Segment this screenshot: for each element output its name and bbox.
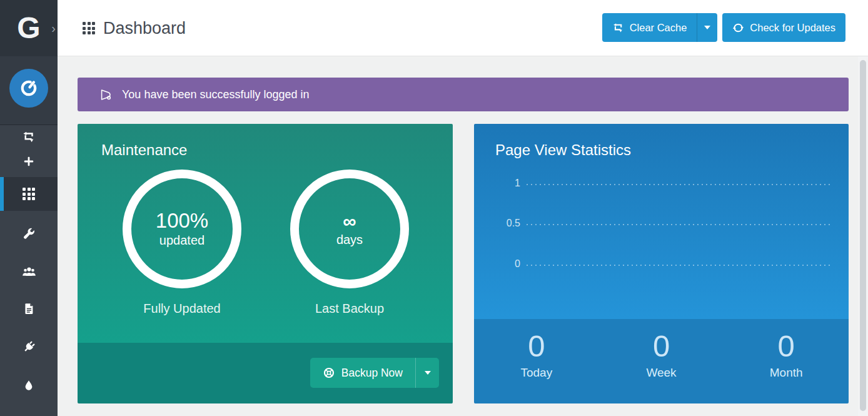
clear-cache-split-button: Clear Cache <box>602 13 718 42</box>
sidebar-item-theme[interactable] <box>0 373 58 398</box>
chevron-down-icon <box>425 371 431 375</box>
megaphone-icon <box>99 88 113 101</box>
maintenance-title: Maintenance <box>101 141 187 159</box>
clear-cache-dropdown-toggle[interactable] <box>697 13 717 42</box>
backup-age-value: ∞ <box>343 211 356 231</box>
retweet-icon <box>22 130 36 144</box>
backup-age-unit: days <box>336 231 363 248</box>
sidebar-item-add-new[interactable] <box>0 149 58 174</box>
update-unit: updated <box>159 232 204 248</box>
dotted-gridline <box>527 184 832 185</box>
power-icon <box>19 79 38 98</box>
y-tick-label: 0.5 <box>474 218 520 229</box>
clear-cache-label: Clear Cache <box>630 22 687 34</box>
y-tick-label: 1 <box>474 178 520 189</box>
vertical-scrollbar[interactable] <box>858 56 868 416</box>
page-views-chart: Page View Statistics 1 0.5 0 <box>474 124 849 319</box>
page-views-counters: 0 Today 0 Week 0 Month <box>474 319 849 403</box>
sidebar-item-logout[interactable] <box>9 69 48 108</box>
header-actions: Clear Cache Check for Updates <box>602 13 845 42</box>
sidebar-item-pages[interactable] <box>0 296 58 321</box>
sidebar-item-dashboard[interactable] <box>0 177 58 211</box>
counter-month-value: 0 <box>724 330 849 363</box>
top-header: Dashboard Clear Cache <box>58 0 868 56</box>
backup-age-gauge: ∞ days <box>290 170 409 288</box>
main-content: You have been successfully logged in Mai… <box>58 56 858 416</box>
refresh-icon <box>732 22 744 34</box>
maintenance-footer: Backup Now <box>78 343 453 403</box>
y-tick-label: 0 <box>474 258 520 270</box>
backup-split-button: Backup Now <box>310 358 439 388</box>
page-title-group: Dashboard <box>83 0 186 56</box>
dotted-gridline <box>527 265 832 266</box>
sidebar-item-settings[interactable] <box>0 221 58 246</box>
check-updates-button[interactable]: Check for Updates <box>722 13 845 42</box>
success-alert: You have been successfully logged in <box>78 78 849 111</box>
plug-icon <box>22 340 36 354</box>
update-percent: 100% <box>156 210 208 232</box>
update-status-gauge: 100% updated <box>123 170 241 288</box>
counter-today-value: 0 <box>474 330 599 363</box>
backup-dropdown-toggle[interactable] <box>415 358 439 388</box>
sidebar-item-plugins[interactable] <box>0 334 58 359</box>
app-logo[interactable]: G › <box>0 0 58 56</box>
counter-week-label: Week <box>599 366 724 380</box>
plus-icon <box>23 155 35 168</box>
maintenance-panel: Maintenance 100% updated ∞ days Fully Up… <box>78 124 453 403</box>
counter-today-label: Today <box>474 366 599 380</box>
counter-week: 0 Week <box>599 330 724 403</box>
wrench-icon <box>22 227 36 241</box>
scrollbar-thumb[interactable] <box>860 60 866 411</box>
file-icon <box>23 302 36 315</box>
users-icon <box>22 265 36 279</box>
counter-today: 0 Today <box>474 330 599 403</box>
dotted-gridline <box>527 224 832 225</box>
backup-now-label: Backup Now <box>341 367 403 380</box>
backup-now-button[interactable]: Backup Now <box>310 358 415 388</box>
page-view-statistics-panel: Page View Statistics 1 0.5 0 0 Today 0 W… <box>474 124 849 403</box>
counter-week-value: 0 <box>599 330 724 363</box>
page-title: Dashboard <box>103 19 186 38</box>
alert-message: You have been successfully logged in <box>122 88 310 101</box>
droplet-icon <box>23 379 35 392</box>
stats-title: Page View Statistics <box>495 141 631 159</box>
sidebar-item-users[interactable] <box>0 259 58 284</box>
sidebar: G › <box>0 0 58 416</box>
chevron-down-icon <box>704 26 710 29</box>
update-caption: Fully Updated <box>123 302 241 316</box>
active-indicator <box>0 177 4 211</box>
grid-icon <box>83 22 95 34</box>
sidebar-section-logout <box>0 56 58 125</box>
sidebar-expand-chevron-icon[interactable]: › <box>51 22 56 34</box>
sidebar-item-sync[interactable] <box>0 124 58 150</box>
clear-cache-button[interactable]: Clear Cache <box>602 13 697 42</box>
grid-icon <box>23 188 35 200</box>
maintenance-body: Maintenance 100% updated ∞ days Fully Up… <box>78 124 453 343</box>
counter-month-label: Month <box>724 366 849 380</box>
check-updates-label: Check for Updates <box>750 22 835 34</box>
counter-month: 0 Month <box>724 330 849 403</box>
life-ring-icon <box>323 367 335 379</box>
retweet-icon <box>612 22 624 34</box>
backup-caption: Last Backup <box>290 302 409 316</box>
logo-letter: G <box>17 13 40 43</box>
